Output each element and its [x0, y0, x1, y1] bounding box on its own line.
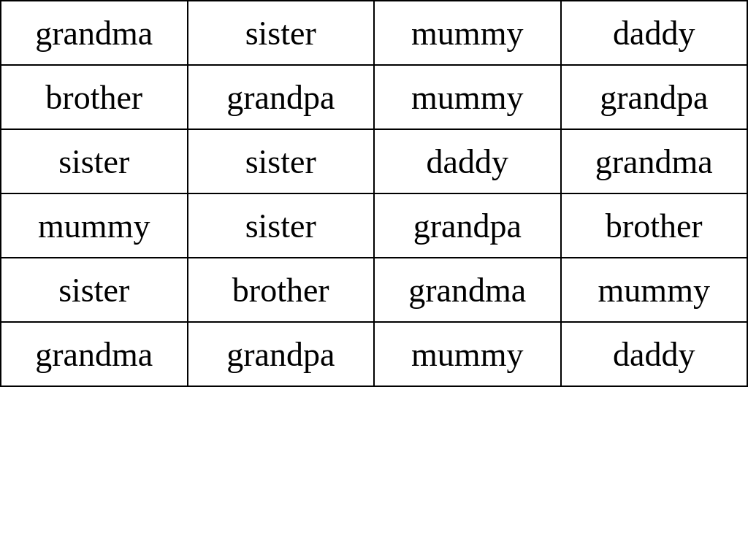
- grid-cell-1-1: grandpa: [188, 66, 375, 130]
- grid-cell-0-1: sister: [188, 1, 375, 66]
- grid-cell-5-1: grandpa: [188, 323, 375, 387]
- grid-row: grandmagrandpamummydaddy: [1, 323, 748, 387]
- grid-cell-2-0: sister: [1, 130, 188, 194]
- word-grid: grandmasistermummydaddybrothergrandpamum…: [0, 0, 748, 387]
- grid-cell-4-1: brother: [188, 258, 375, 323]
- grid-cell-3-1: sister: [188, 194, 375, 258]
- grid-row: sistersisterdaddygrandma: [1, 130, 748, 194]
- grid-row: sisterbrothergrandmamummy: [1, 258, 748, 323]
- grid-row: brothergrandpamummygrandpa: [1, 66, 748, 130]
- grid-cell-2-2: daddy: [375, 130, 562, 194]
- grid-row: mummysistergrandpabrother: [1, 194, 748, 258]
- grid-cell-5-2: mummy: [375, 323, 562, 387]
- grid-cell-0-3: daddy: [562, 1, 749, 66]
- grid-cell-3-2: grandpa: [375, 194, 562, 258]
- grid-cell-5-0: grandma: [1, 323, 188, 387]
- grid-cell-1-0: brother: [1, 66, 188, 130]
- grid-cell-2-1: sister: [188, 130, 375, 194]
- grid-cell-3-0: mummy: [1, 194, 188, 258]
- grid-cell-0-0: grandma: [1, 1, 188, 66]
- grid-cell-4-2: grandma: [375, 258, 562, 323]
- grid-cell-2-3: grandma: [562, 130, 749, 194]
- grid-cell-4-0: sister: [1, 258, 188, 323]
- grid-cell-1-3: grandpa: [562, 66, 749, 130]
- grid-cell-1-2: mummy: [375, 66, 562, 130]
- grid-row: grandmasistermummydaddy: [1, 1, 748, 66]
- grid-cell-5-3: daddy: [562, 323, 749, 387]
- grid-cell-4-3: mummy: [562, 258, 749, 323]
- grid-cell-3-3: brother: [562, 194, 749, 258]
- grid-cell-0-2: mummy: [375, 1, 562, 66]
